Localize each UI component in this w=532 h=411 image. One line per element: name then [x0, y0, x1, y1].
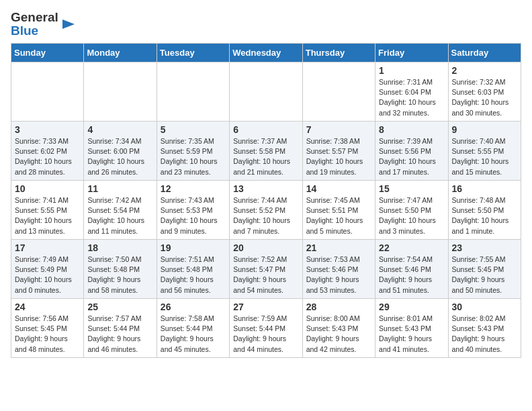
day-number: 11 — [87, 183, 152, 194]
day-info: Sunrise: 7:52 AM Sunset: 5:47 PM Dayligh… — [233, 255, 298, 295]
day-info: Sunrise: 7:51 AM Sunset: 5:48 PM Dayligh… — [161, 255, 226, 295]
calendar-cell: 4Sunrise: 7:34 AM Sunset: 6:00 PM Daylig… — [84, 121, 157, 180]
calendar-week-row: 1Sunrise: 7:31 AM Sunset: 6:04 PM Daylig… — [11, 62, 521, 121]
day-number: 21 — [306, 242, 371, 253]
calendar-cell: 2Sunrise: 7:32 AM Sunset: 6:03 PM Daylig… — [448, 62, 521, 121]
calendar-cell: 8Sunrise: 7:39 AM Sunset: 5:56 PM Daylig… — [375, 121, 448, 180]
calendar-cell: 30Sunrise: 8:02 AM Sunset: 5:43 PM Dayli… — [448, 298, 521, 357]
day-number: 10 — [15, 183, 80, 194]
calendar-cell: 21Sunrise: 7:53 AM Sunset: 5:46 PM Dayli… — [302, 239, 375, 298]
day-number: 4 — [87, 124, 152, 135]
day-number: 27 — [233, 302, 298, 312]
calendar-week-row: 24Sunrise: 7:56 AM Sunset: 5:45 PM Dayli… — [11, 298, 521, 357]
calendar-cell: 20Sunrise: 7:52 AM Sunset: 5:47 PM Dayli… — [230, 239, 302, 298]
day-number: 7 — [306, 124, 371, 135]
weekday-header-friday: Friday — [375, 43, 448, 62]
day-info: Sunrise: 8:00 AM Sunset: 5:43 PM Dayligh… — [306, 314, 371, 355]
day-info: Sunrise: 7:43 AM Sunset: 5:53 PM Dayligh… — [161, 195, 226, 236]
day-info: Sunrise: 7:33 AM Sunset: 6:02 PM Dayligh… — [15, 136, 80, 177]
day-number: 6 — [233, 124, 298, 135]
calendar-table: SundayMondayTuesdayWednesdayThursdayFrid… — [11, 43, 521, 358]
calendar-cell: 26Sunrise: 7:58 AM Sunset: 5:44 PM Dayli… — [157, 298, 229, 357]
calendar-cell — [302, 62, 375, 121]
calendar-body: 1Sunrise: 7:31 AM Sunset: 6:04 PM Daylig… — [11, 62, 521, 357]
logo: General Blue — [11, 11, 76, 38]
calendar-cell: 24Sunrise: 7:56 AM Sunset: 5:45 PM Dayli… — [11, 298, 84, 357]
day-info: Sunrise: 7:42 AM Sunset: 5:54 PM Dayligh… — [87, 195, 152, 236]
day-info: Sunrise: 7:44 AM Sunset: 5:52 PM Dayligh… — [233, 195, 298, 236]
day-number: 22 — [379, 242, 444, 253]
calendar-cell: 5Sunrise: 7:35 AM Sunset: 5:59 PM Daylig… — [157, 121, 229, 180]
day-number: 30 — [452, 302, 517, 312]
calendar-week-row: 3Sunrise: 7:33 AM Sunset: 6:02 PM Daylig… — [11, 121, 521, 180]
calendar-header: SundayMondayTuesdayWednesdayThursdayFrid… — [11, 43, 521, 62]
logo-blue: Blue — [11, 24, 58, 38]
page-header: General Blue — [11, 11, 521, 38]
calendar-cell: 22Sunrise: 7:54 AM Sunset: 5:46 PM Dayli… — [375, 239, 448, 298]
calendar-cell: 29Sunrise: 8:01 AM Sunset: 5:43 PM Dayli… — [375, 298, 448, 357]
day-info: Sunrise: 7:55 AM Sunset: 5:45 PM Dayligh… — [452, 255, 517, 295]
day-number: 3 — [15, 124, 80, 135]
calendar-cell — [84, 62, 157, 121]
day-info: Sunrise: 7:38 AM Sunset: 5:57 PM Dayligh… — [306, 136, 371, 177]
day-number: 19 — [161, 242, 226, 253]
calendar-cell: 17Sunrise: 7:49 AM Sunset: 5:49 PM Dayli… — [11, 239, 84, 298]
day-number: 18 — [87, 242, 152, 253]
day-number: 15 — [379, 183, 444, 194]
day-number: 26 — [161, 302, 226, 312]
day-number: 5 — [161, 124, 226, 135]
calendar-cell: 28Sunrise: 8:00 AM Sunset: 5:43 PM Dayli… — [302, 298, 375, 357]
weekday-header-tuesday: Tuesday — [157, 43, 229, 62]
day-info: Sunrise: 7:50 AM Sunset: 5:48 PM Dayligh… — [87, 255, 152, 295]
calendar-cell: 9Sunrise: 7:40 AM Sunset: 5:55 PM Daylig… — [448, 121, 521, 180]
logo-general: General — [11, 11, 58, 24]
weekday-header-row: SundayMondayTuesdayWednesdayThursdayFrid… — [11, 43, 521, 62]
calendar-cell: 25Sunrise: 7:57 AM Sunset: 5:44 PM Dayli… — [84, 298, 157, 357]
day-number: 23 — [452, 242, 517, 253]
day-info: Sunrise: 7:54 AM Sunset: 5:46 PM Dayligh… — [379, 255, 444, 295]
day-info: Sunrise: 7:41 AM Sunset: 5:55 PM Dayligh… — [15, 195, 80, 236]
day-number: 16 — [452, 183, 517, 194]
day-number: 2 — [452, 65, 517, 76]
day-info: Sunrise: 7:34 AM Sunset: 6:00 PM Dayligh… — [87, 136, 152, 177]
logo-arrow-icon — [61, 17, 76, 34]
day-info: Sunrise: 7:49 AM Sunset: 5:49 PM Dayligh… — [15, 255, 80, 295]
day-number: 29 — [379, 302, 444, 312]
calendar-cell: 19Sunrise: 7:51 AM Sunset: 5:48 PM Dayli… — [157, 239, 229, 298]
calendar-cell: 11Sunrise: 7:42 AM Sunset: 5:54 PM Dayli… — [84, 180, 157, 239]
day-info: Sunrise: 7:37 AM Sunset: 5:58 PM Dayligh… — [233, 136, 298, 177]
day-info: Sunrise: 7:31 AM Sunset: 6:04 PM Dayligh… — [379, 77, 444, 118]
weekday-header-monday: Monday — [84, 43, 157, 62]
weekday-header-wednesday: Wednesday — [230, 43, 302, 62]
calendar-cell — [11, 62, 84, 121]
calendar-cell: 18Sunrise: 7:50 AM Sunset: 5:48 PM Dayli… — [84, 239, 157, 298]
day-number: 25 — [87, 302, 152, 312]
calendar-cell: 12Sunrise: 7:43 AM Sunset: 5:53 PM Dayli… — [157, 180, 229, 239]
day-number: 8 — [379, 124, 444, 135]
calendar-cell: 13Sunrise: 7:44 AM Sunset: 5:52 PM Dayli… — [230, 180, 302, 239]
calendar-cell: 1Sunrise: 7:31 AM Sunset: 6:04 PM Daylig… — [375, 62, 448, 121]
calendar-cell — [230, 62, 302, 121]
day-number: 20 — [233, 242, 298, 253]
day-info: Sunrise: 7:56 AM Sunset: 5:45 PM Dayligh… — [15, 314, 80, 355]
calendar-cell: 6Sunrise: 7:37 AM Sunset: 5:58 PM Daylig… — [230, 121, 302, 180]
calendar-cell: 7Sunrise: 7:38 AM Sunset: 5:57 PM Daylig… — [302, 121, 375, 180]
day-info: Sunrise: 7:53 AM Sunset: 5:46 PM Dayligh… — [306, 255, 371, 295]
day-info: Sunrise: 7:35 AM Sunset: 5:59 PM Dayligh… — [161, 136, 226, 177]
weekday-header-sunday: Sunday — [11, 43, 84, 62]
calendar-cell: 14Sunrise: 7:45 AM Sunset: 5:51 PM Dayli… — [302, 180, 375, 239]
day-number: 12 — [161, 183, 226, 194]
calendar-cell: 23Sunrise: 7:55 AM Sunset: 5:45 PM Dayli… — [448, 239, 521, 298]
weekday-header-thursday: Thursday — [302, 43, 375, 62]
calendar-cell: 10Sunrise: 7:41 AM Sunset: 5:55 PM Dayli… — [11, 180, 84, 239]
day-info: Sunrise: 7:59 AM Sunset: 5:44 PM Dayligh… — [233, 314, 298, 355]
calendar-cell: 15Sunrise: 7:47 AM Sunset: 5:50 PM Dayli… — [375, 180, 448, 239]
day-info: Sunrise: 7:48 AM Sunset: 5:50 PM Dayligh… — [452, 195, 517, 236]
day-info: Sunrise: 7:47 AM Sunset: 5:50 PM Dayligh… — [379, 195, 444, 236]
svg-marker-0 — [62, 19, 75, 29]
day-number: 14 — [306, 183, 371, 194]
calendar-cell: 16Sunrise: 7:48 AM Sunset: 5:50 PM Dayli… — [448, 180, 521, 239]
day-info: Sunrise: 7:39 AM Sunset: 5:56 PM Dayligh… — [379, 136, 444, 177]
day-number: 13 — [233, 183, 298, 194]
day-number: 17 — [15, 242, 80, 253]
